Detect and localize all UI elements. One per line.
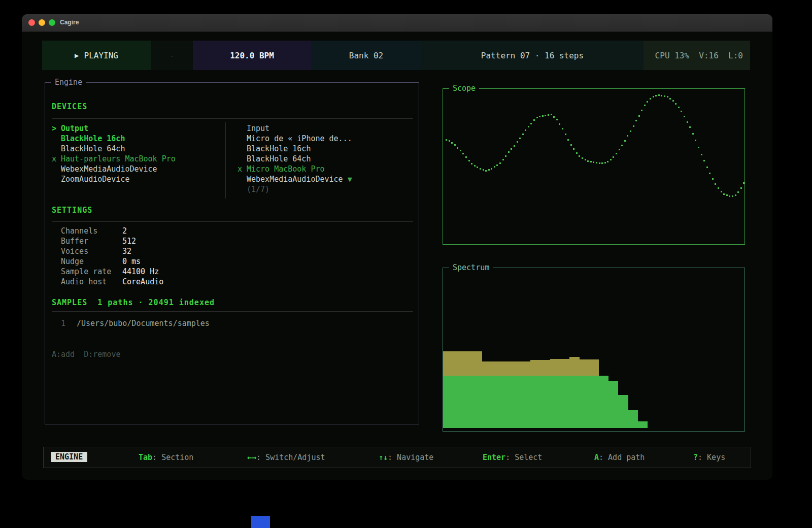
device-list-item[interactable]: BlackHole 16ch: [61, 134, 125, 143]
scope-sample-dot: [743, 182, 745, 184]
setting-value[interactable]: 0 ms: [122, 257, 141, 266]
sample-path-value[interactable]: /Users/bubo/Documents/samples: [77, 319, 210, 328]
setting-value[interactable]: 2: [122, 226, 127, 236]
scope-sample-dot: [681, 111, 682, 112]
device-list-item[interactable]: Haut-parleurs MacBook Pro: [61, 154, 176, 163]
scope-sample-dot: [706, 167, 708, 168]
spectrum-bar-low: [550, 376, 560, 428]
scope-sample-dot: [508, 151, 510, 153]
spectrum-bar-high: [453, 351, 463, 376]
scope-sample-dot: [579, 155, 580, 157]
window-title: Cagire: [60, 19, 79, 26]
spectrum-bar-high: [521, 361, 531, 376]
scope-panel: Scope: [443, 88, 745, 245]
device-list-item[interactable]: BlackHole 64ch: [61, 144, 125, 153]
scope-sample-dot: [721, 191, 722, 192]
scope-sample-dot: [590, 161, 592, 162]
maximize-button[interactable]: [49, 19, 55, 26]
device-list-item: (1/7): [247, 185, 269, 194]
scope-sample-dot: [644, 105, 646, 106]
scope-sample-dot: [627, 135, 628, 137]
scope-sample-dot: [474, 165, 476, 167]
active-device-marker: x: [52, 154, 56, 163]
scope-sample-dot: [692, 133, 694, 135]
divider: [52, 221, 413, 222]
key-hint: ?: Keys: [693, 453, 725, 462]
scope-sample-dot: [709, 173, 710, 174]
scope-sample-dot: [601, 162, 603, 164]
scope-sample-dot: [517, 141, 518, 143]
scope-sample-dot: [576, 152, 578, 154]
scope-sample-dot: [684, 116, 685, 117]
device-list-item[interactable]: WebexMediaAudioDevice: [61, 164, 157, 174]
device-list-item[interactable]: WebexMediaAudioDevice ▼: [247, 175, 352, 184]
scope-sample-dot: [687, 121, 688, 123]
bpm-display: 120.0 BPM: [193, 41, 311, 70]
device-list-item[interactable]: ZoomAudioDevice: [61, 175, 129, 184]
scope-sample-dot: [465, 156, 467, 158]
setting-value[interactable]: 32: [122, 247, 131, 256]
scope-sample-dot: [726, 194, 728, 196]
scope-sample-dot: [556, 119, 558, 120]
scope-sample-dot: [701, 154, 702, 155]
device-list-item[interactable]: BlackHole 64ch: [247, 154, 311, 163]
scope-sample-dot: [587, 160, 589, 162]
scope-sample-dot: [619, 149, 620, 150]
sample-path-index: 1: [61, 319, 65, 328]
scope-sample-dot: [451, 142, 453, 144]
spectrum-bar-high: [540, 360, 551, 376]
input-column-header[interactable]: Input: [247, 124, 269, 133]
cpu-stats-display: CPU 13% V:16 L:0: [644, 41, 750, 70]
device-list-item[interactable]: Micro de « iPhone de...: [247, 134, 352, 143]
key-hint: A: Add path: [594, 453, 645, 462]
setting-value[interactable]: 44100 Hz: [122, 267, 159, 276]
device-list-item[interactable]: BlackHole 16ch: [247, 144, 311, 153]
scope-sample-dot: [525, 129, 526, 131]
device-list-item[interactable]: Micro MacBook Pro: [247, 164, 325, 174]
scroll-more-icon: ▼: [343, 175, 352, 184]
output-column-header[interactable]: Output: [61, 124, 88, 133]
spectrum-bar-low: [560, 376, 570, 428]
spectrum-bar-low: [599, 376, 609, 428]
scope-sample-dot: [499, 162, 501, 164]
scope-waveform: [443, 89, 745, 244]
spectrum-bar-high: [443, 351, 453, 376]
scope-sample-dot: [519, 138, 521, 139]
close-button[interactable]: [28, 19, 35, 26]
samples-keys-hint: A:add D:remove: [52, 350, 120, 359]
scope-sample-dot: [621, 145, 623, 146]
setting-label: Channels: [61, 226, 97, 236]
divider: [52, 118, 413, 119]
scope-sample-dot: [570, 144, 572, 146]
key-hint: Enter: Select: [483, 453, 542, 462]
spectrum-bar-low: [618, 395, 628, 428]
spectrum-bar-low: [608, 381, 619, 428]
scope-sample-dot: [672, 100, 674, 102]
scope-sample-dot: [718, 187, 719, 189]
setting-value[interactable]: CoreAudio: [122, 277, 163, 286]
scope-sample-dot: [488, 169, 490, 171]
scope-sample-dot: [655, 95, 657, 96]
engine-panel-label: Engine: [51, 78, 86, 87]
scope-sample-dot: [585, 159, 586, 160]
scope-sample-dot: [703, 160, 705, 161]
setting-label: Audio host: [61, 277, 107, 286]
scope-sample-dot: [712, 178, 714, 180]
scope-sample-dot: [553, 116, 555, 118]
scope-sample-dot: [616, 153, 617, 154]
scope-sample-dot: [460, 150, 461, 151]
scope-sample-dot: [650, 98, 651, 100]
transport-label: PLAYING: [84, 51, 118, 60]
column-divider: [225, 122, 226, 199]
scope-sample-dot: [462, 153, 464, 154]
key-hint: ↑↓: Navigate: [379, 453, 433, 462]
spectrum-bar-low: [492, 376, 502, 428]
scope-sample-dot: [613, 156, 614, 158]
spectrum-bar-high: [589, 359, 599, 376]
scope-sample-dot: [468, 160, 470, 161]
scope-sample-dot: [449, 140, 450, 142]
setting-value[interactable]: 512: [122, 237, 136, 246]
window-titlebar[interactable]: Cagire: [22, 14, 772, 32]
scope-sample-dot: [471, 163, 472, 164]
minimize-button[interactable]: [39, 19, 45, 26]
